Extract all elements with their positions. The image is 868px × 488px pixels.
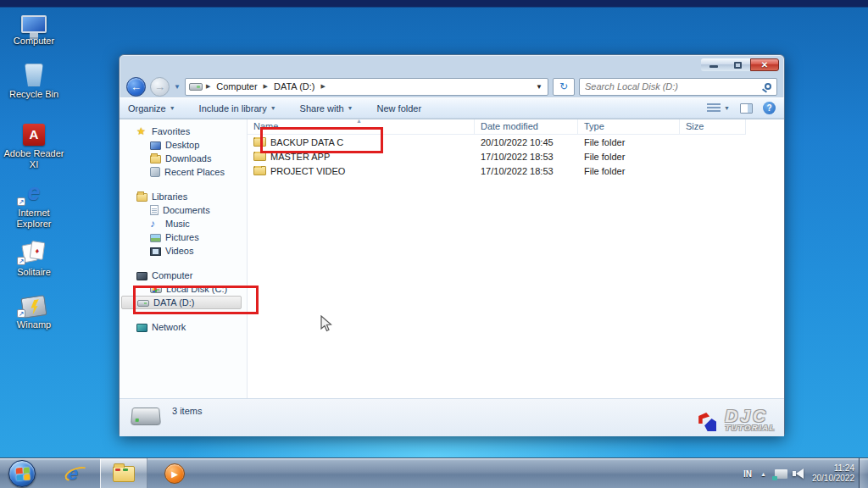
sort-ascending-icon: ▲ — [356, 118, 362, 124]
minimize-button[interactable] — [701, 58, 726, 71]
nav-item-pictures[interactable]: Pictures — [120, 230, 247, 244]
views-button[interactable]: ▼ — [707, 103, 730, 114]
desktop-icon-adobe-reader[interactable]: A Adobe Reader XI — [2, 117, 66, 169]
breadcrumb-arrow-icon: ▶ — [206, 83, 210, 90]
shortcut-arrow-icon: ↗ — [17, 257, 25, 265]
taskbar-media-player[interactable]: ▶ — [154, 458, 195, 488]
chevron-down-icon: ▼ — [170, 105, 175, 111]
close-button[interactable]: ✕ — [750, 58, 779, 71]
desktop-icon-solitaire[interactable]: ♦ ↗ Solitaire — [2, 236, 66, 278]
maximize-icon — [734, 62, 742, 69]
pictures-icon — [150, 234, 161, 242]
nav-label: Music — [165, 219, 190, 229]
back-button[interactable]: ← — [126, 77, 146, 97]
history-dropdown-icon[interactable]: ▼ — [174, 83, 181, 91]
djc-logo-icon — [698, 408, 721, 433]
organize-label: Organize — [128, 103, 166, 114]
windows-logo-icon — [15, 467, 30, 480]
chevron-down-icon: ▼ — [724, 105, 730, 111]
chevron-down-icon: ▼ — [348, 105, 353, 111]
network-tray-icon[interactable] — [775, 469, 787, 479]
drive-icon — [189, 83, 203, 91]
tray-date: 20/10/2022 — [812, 474, 854, 485]
nav-label: Computer — [152, 270, 192, 280]
nav-item-documents[interactable]: Documents — [120, 203, 247, 217]
nav-label: Libraries — [152, 191, 187, 202]
taskbar-windows-explorer-active[interactable] — [100, 458, 147, 488]
title-bar[interactable]: ✕ — [120, 55, 784, 75]
music-note-icon: ♪ — [150, 219, 161, 229]
system-tray: IN ▲ 11:24 20/10/2022 — [743, 458, 854, 488]
videos-icon — [150, 247, 161, 256]
volume-icon[interactable] — [796, 469, 804, 479]
nav-item-recent-places[interactable]: Recent Places — [120, 165, 247, 179]
column-header-type[interactable]: Type — [578, 119, 680, 135]
desktop-icon-winamp[interactable]: ↗ Winamp — [2, 288, 66, 330]
explorer-folder-icon — [113, 466, 135, 482]
nav-item-downloads[interactable]: Downloads — [120, 152, 247, 165]
organize-menu[interactable]: Organize ▼ — [128, 103, 175, 114]
annotation-box-data-d — [133, 286, 259, 314]
breadcrumb-computer[interactable]: Computer — [214, 80, 259, 92]
start-button[interactable] — [8, 460, 36, 487]
nav-group-libraries[interactable]: Libraries — [120, 190, 247, 203]
nav-group-network[interactable]: Network — [120, 320, 247, 334]
recycle-bin-icon — [25, 64, 43, 86]
breadcrumb-current-drive[interactable]: DATA (D:) — [271, 80, 317, 92]
include-in-library-menu[interactable]: Include in library ▼ — [199, 103, 276, 114]
refresh-button[interactable]: ↻ — [553, 78, 575, 96]
nav-item-desktop[interactable]: Desktop — [120, 138, 247, 152]
taskbar: e ▶ IN ▲ 11:24 20/10/2022 — [0, 458, 868, 488]
desktop-icon-recycle-bin[interactable]: Recycle Bin — [2, 58, 66, 100]
desktop-icon-computer[interactable]: Computer — [2, 4, 66, 47]
desktop-icon-label: Winamp — [2, 319, 66, 330]
hidden-icons-button[interactable]: ▲ — [760, 471, 766, 477]
desktop-icon-label: Solitaire — [2, 267, 66, 278]
libraries-icon — [136, 193, 147, 202]
show-desktop-button[interactable] — [859, 458, 868, 488]
forward-button[interactable]: → — [150, 77, 170, 97]
nav-label: Recent Places — [164, 167, 225, 177]
file-type: File folder — [578, 152, 680, 162]
help-icon[interactable]: ? — [763, 102, 776, 114]
tray-clock[interactable]: 11:24 20/10/2022 — [812, 463, 854, 485]
nav-group-computer[interactable]: Computer — [120, 269, 247, 282]
file-type: File folder — [578, 166, 680, 176]
items-count: 3 items — [172, 406, 202, 416]
drive-icon — [131, 408, 161, 425]
desktop-icon-label: Recycle Bin — [2, 89, 66, 100]
file-date: 17/10/2022 18:53 — [475, 152, 578, 162]
language-indicator[interactable]: IN — [743, 469, 752, 479]
nav-label: Network — [152, 322, 186, 332]
file-row-project-video[interactable]: PROJECT VIDEO 17/10/2022 18:53 File fold… — [248, 164, 784, 178]
column-header-size[interactable]: Size — [680, 119, 746, 135]
share-label: Share with — [300, 103, 344, 114]
nav-item-videos[interactable]: Videos — [120, 244, 247, 258]
search-box[interactable] — [579, 78, 777, 96]
adobe-reader-icon: A — [23, 124, 45, 146]
column-header-date-modified[interactable]: Date modified — [475, 119, 578, 135]
nav-group-favorites[interactable]: ★ Favorites — [120, 125, 247, 138]
address-dropdown-icon[interactable]: ▼ — [536, 83, 544, 91]
desktop-icon-internet-explorer[interactable]: e ↗ Internet Explorer — [2, 176, 66, 229]
new-folder-button[interactable]: New folder — [377, 103, 422, 114]
chevron-down-icon: ▼ — [270, 105, 276, 111]
nav-label: Favorites — [152, 126, 190, 136]
search-input[interactable] — [585, 81, 765, 92]
breadcrumb-arrow-icon: ▶ — [264, 83, 268, 90]
command-toolbar: Organize ▼ Include in library ▼ Share wi… — [120, 97, 784, 119]
djc-tutorial-watermark: DJC TUTORIAL — [698, 408, 776, 433]
internet-explorer-icon: e — [68, 463, 78, 485]
file-name: PROJECT VIDEO — [270, 166, 345, 176]
downloads-folder-icon — [150, 155, 161, 164]
address-bar[interactable]: ▶ Computer ▶ DATA (D:) ▶ ▼ — [185, 78, 548, 96]
recent-places-icon — [150, 167, 160, 177]
network-icon — [136, 324, 147, 332]
preview-pane-button[interactable] — [740, 103, 753, 114]
media-player-icon: ▶ — [164, 463, 185, 484]
share-with-menu[interactable]: Share with ▼ — [300, 103, 353, 114]
nav-item-music[interactable]: ♪ Music — [120, 217, 247, 230]
taskbar-internet-explorer[interactable]: e — [53, 458, 93, 488]
maximize-button[interactable] — [726, 58, 750, 71]
status-bar: 3 items DJC TUTORIAL — [120, 398, 784, 436]
